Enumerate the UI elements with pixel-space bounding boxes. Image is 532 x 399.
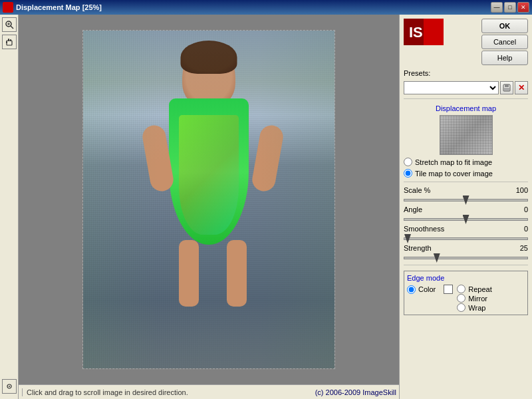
svg-rect-4 xyxy=(7,41,12,45)
tile-label: Tile map to cover image xyxy=(415,170,493,178)
scale-value: 100 xyxy=(511,186,528,194)
smoothness-slider[interactable] xyxy=(404,237,528,240)
divider-3 xyxy=(404,265,528,265)
tile-option[interactable]: Tile map to cover image xyxy=(404,169,528,178)
copyright-text: (c) 2006-2009 ImageSkill xyxy=(315,388,396,396)
presets-label: Presets: xyxy=(404,69,430,77)
repeat-label: Repeat xyxy=(468,285,491,293)
right-panel: IS OK Cancel Help Presets: xyxy=(399,15,532,399)
color-label: Color xyxy=(418,285,436,293)
repeat-radio[interactable] xyxy=(457,285,466,293)
mirror-label: Mirror xyxy=(468,295,487,303)
smoothness-section: Smoothness 0 xyxy=(404,225,528,241)
wrap-option[interactable]: Wrap xyxy=(457,303,491,312)
image-canvas xyxy=(82,30,335,369)
ok-button[interactable]: OK xyxy=(481,19,528,33)
window-title: Displacement Map [25%] xyxy=(16,3,491,11)
svg-text:IS: IS xyxy=(409,24,423,41)
image-viewport[interactable] xyxy=(19,15,399,384)
app-icon xyxy=(3,2,13,13)
angle-section: Angle 0 xyxy=(404,205,528,222)
edge-mode-title: Edge mode xyxy=(407,274,525,282)
hand-tool-button[interactable] xyxy=(2,35,17,49)
strength-section: Strength 25 xyxy=(404,244,528,261)
help-button[interactable]: Help xyxy=(481,51,528,65)
svg-rect-6 xyxy=(10,39,11,41)
tile-radio[interactable] xyxy=(404,169,412,178)
angle-value: 0 xyxy=(511,205,528,213)
logo: IS xyxy=(404,19,444,45)
cancel-button[interactable]: Cancel xyxy=(481,35,528,49)
edge-color-box[interactable] xyxy=(444,285,454,294)
strength-label-row: Strength 25 xyxy=(404,244,528,252)
presets-row: Presets: xyxy=(404,69,528,77)
logo-area: IS OK Cancel Help xyxy=(404,19,528,65)
edge-color-row: Color xyxy=(407,285,453,294)
toolbar-left xyxy=(0,15,19,399)
mirror-option[interactable]: Mirror xyxy=(457,294,491,303)
svg-rect-15 xyxy=(505,84,509,87)
zoom-tool-button[interactable] xyxy=(2,17,17,32)
main-container: 25% Click and drag to scroll image in de… xyxy=(0,15,532,399)
repeat-option[interactable]: Repeat xyxy=(457,285,491,293)
canvas-area: 25% Click and drag to scroll image in de… xyxy=(0,15,399,399)
smoothness-value: 0 xyxy=(511,225,528,233)
scale-label: Scale % xyxy=(404,186,430,194)
displacement-map-label: Displacement map xyxy=(436,104,496,112)
svg-line-1 xyxy=(11,26,13,29)
status-bar: 25% Click and drag to scroll image in de… xyxy=(0,384,399,399)
strength-label: Strength xyxy=(404,244,432,252)
title-bar: Displacement Map [25%] — □ ✕ xyxy=(0,0,532,15)
wrap-label: Wrap xyxy=(468,304,485,312)
mirror-radio[interactable] xyxy=(457,294,466,303)
presets-section: ✕ xyxy=(404,81,528,94)
stretch-radio[interactable] xyxy=(404,158,412,166)
maximize-button[interactable]: □ xyxy=(504,2,516,13)
save-preset-button[interactable] xyxy=(500,81,513,94)
action-buttons: OK Cancel Help xyxy=(481,19,528,65)
delete-preset-button[interactable]: ✕ xyxy=(515,81,528,94)
angle-label: Angle xyxy=(404,205,422,213)
status-message: Click and drag to scroll image in desire… xyxy=(27,388,315,396)
angle-slider[interactable] xyxy=(404,218,528,221)
close-button[interactable]: ✕ xyxy=(517,2,529,13)
displacement-map-section: Displacement map Stretch map to fit imag… xyxy=(404,103,528,178)
scale-label-row: Scale % 100 xyxy=(404,186,528,194)
map-preview xyxy=(440,115,493,155)
minimize-button[interactable]: — xyxy=(491,2,503,13)
smoothness-label: Smoothness xyxy=(404,225,444,233)
window-controls: — □ ✕ xyxy=(491,2,529,13)
presets-dropdown[interactable] xyxy=(404,81,499,94)
edge-mode-section: Edge mode Color Repeat Mi xyxy=(404,271,528,315)
svg-rect-16 xyxy=(504,88,509,90)
wrap-radio[interactable] xyxy=(457,303,466,312)
angle-label-row: Angle 0 xyxy=(404,205,528,213)
smoothness-label-row: Smoothness 0 xyxy=(404,225,528,233)
extra-tool-button[interactable] xyxy=(2,379,17,394)
svg-point-9 xyxy=(9,386,10,387)
divider-1 xyxy=(404,98,528,99)
edge-options: Repeat Mirror Wrap xyxy=(457,285,491,312)
svg-rect-7 xyxy=(6,41,7,43)
divider-2 xyxy=(404,182,528,182)
stretch-option[interactable]: Stretch map to fit image xyxy=(404,158,528,166)
color-option[interactable]: Color xyxy=(407,285,440,294)
svg-rect-5 xyxy=(8,39,9,41)
scale-section: Scale % 100 xyxy=(404,186,528,203)
strength-value: 25 xyxy=(511,244,528,252)
color-radio[interactable] xyxy=(407,285,416,294)
strength-slider[interactable] xyxy=(404,257,528,259)
stretch-label: Stretch map to fit image xyxy=(415,158,492,166)
scale-slider[interactable] xyxy=(404,199,528,201)
